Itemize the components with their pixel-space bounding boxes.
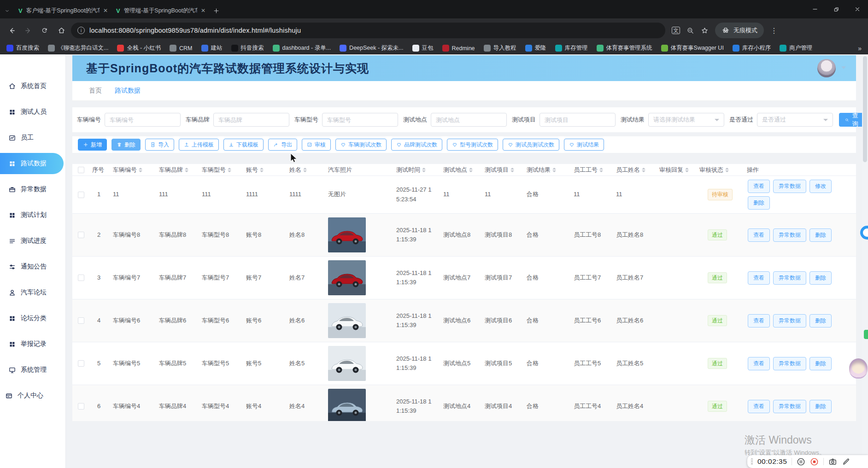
row-action-button[interactable]: 删除	[809, 400, 832, 413]
row-action-button[interactable]: 异常数据	[773, 314, 806, 328]
sidebar-item[interactable]: 论坛分类	[0, 308, 64, 329]
bookmark-item[interactable]: 库存小程序	[733, 44, 771, 52]
sort-carets-icon[interactable]	[228, 168, 231, 172]
search-button[interactable]: 查询	[839, 113, 865, 127]
sort-carets-icon[interactable]	[185, 168, 188, 172]
row-action-button[interactable]: 修改	[809, 180, 832, 193]
row-action-button[interactable]: 异常数据	[773, 228, 806, 242]
row-action-button[interactable]: 异常数据	[773, 271, 806, 285]
sidebar-item[interactable]: 异常数据	[0, 179, 64, 200]
column-header[interactable]: 测试地点	[439, 166, 480, 174]
bookmark-item[interactable]: 豆包	[412, 44, 434, 52]
column-header[interactable]: 员工工号	[569, 166, 611, 174]
sidebar-item[interactable]: 系统首页	[0, 76, 64, 97]
row-checkbox[interactable]	[78, 317, 84, 324]
bookmark-item[interactable]: 库存管理	[555, 44, 588, 52]
bookmark-item[interactable]: 建站	[201, 44, 223, 52]
filter-input[interactable]	[540, 113, 616, 127]
toolbar-button[interactable]: 审核	[302, 139, 331, 151]
row-action-button[interactable]: 查看	[748, 357, 770, 370]
toolbar-button[interactable]: 上传模板	[179, 139, 219, 151]
back-button[interactable]	[5, 23, 18, 37]
annotate-pencil-button[interactable]	[842, 457, 850, 466]
toolbar-button[interactable]: 导入	[145, 139, 174, 151]
sort-carets-icon[interactable]	[139, 168, 142, 172]
filter-select[interactable]: 请选择测试结果	[648, 113, 724, 127]
bookmark-item[interactable]: 百度搜索	[6, 44, 39, 52]
column-header[interactable]: 账号	[241, 166, 285, 174]
bookmark-item[interactable]: 抖音搜索	[231, 44, 264, 52]
window-minimize-button[interactable]	[804, 0, 826, 18]
recorder-drag-handle[interactable]	[751, 458, 753, 465]
column-header[interactable]: 序号	[88, 166, 108, 174]
column-header[interactable]: 测试时间	[392, 166, 439, 174]
row-action-button[interactable]: 异常数据	[773, 180, 806, 193]
tab-close-icon[interactable]: ✕	[201, 7, 205, 14]
toolbar-button[interactable]: 导出	[268, 139, 297, 151]
filter-input[interactable]	[431, 113, 507, 127]
row-checkbox[interactable]	[78, 232, 84, 238]
forward-button[interactable]	[21, 23, 35, 37]
column-header[interactable]: 姓名	[285, 166, 323, 174]
bookmarks-overflow-icon[interactable]: »	[858, 45, 862, 52]
bookmark-item[interactable]: CRM	[170, 45, 192, 52]
row-action-button[interactable]: 异常数据	[773, 400, 806, 413]
nav-tab[interactable]: 路试数据	[115, 87, 141, 95]
filter-input[interactable]	[322, 113, 398, 127]
row-checkbox[interactable]	[78, 403, 84, 410]
column-header[interactable]: 操作	[742, 166, 856, 174]
filter-select[interactable]: 是否通过	[757, 113, 833, 127]
car-photo[interactable]	[328, 260, 366, 295]
page-scrollbar[interactable]	[862, 54, 868, 468]
row-checkbox[interactable]	[78, 192, 84, 198]
column-header[interactable]: 车辆编号	[108, 166, 154, 174]
car-photo[interactable]	[328, 303, 366, 338]
zoom-out-icon[interactable]	[686, 27, 694, 35]
toolbar-button[interactable]: 删除	[111, 139, 141, 151]
filter-input[interactable]	[105, 113, 181, 127]
tab-close-icon[interactable]: ✕	[103, 7, 108, 14]
sort-carets-icon[interactable]	[725, 168, 729, 172]
row-checkbox[interactable]	[78, 275, 84, 281]
toolbar-button[interactable]: 测试结果	[564, 139, 604, 151]
sidebar-item[interactable]: 通知公告	[0, 256, 64, 277]
url-bar[interactable]: i localhost:8080/springboot9859us78/admi…	[71, 23, 665, 38]
sort-carets-icon[interactable]	[642, 168, 645, 172]
row-action-button[interactable]: 查看	[748, 180, 770, 193]
window-restore-button[interactable]	[826, 0, 847, 18]
column-header[interactable]: 审核状态	[695, 166, 742, 174]
stop-recording-button[interactable]	[810, 457, 819, 466]
sidebar-item[interactable]: 举报记录	[0, 333, 64, 355]
home-button[interactable]	[54, 23, 68, 37]
column-header[interactable]: 测试项目	[480, 166, 522, 174]
window-close-button[interactable]	[847, 0, 868, 18]
column-header[interactable]: 员工姓名	[611, 166, 655, 174]
sidebar-item[interactable]: 测试人员	[0, 101, 64, 123]
sort-carets-icon[interactable]	[685, 168, 689, 172]
row-action-button[interactable]: 删除	[748, 196, 770, 210]
row-action-button[interactable]: 删除	[809, 357, 832, 370]
car-photo[interactable]	[328, 346, 366, 381]
sidebar-item[interactable]: 路试数据	[0, 153, 64, 174]
sidebar-item[interactable]: 个人中心	[0, 385, 64, 406]
avatar-caret-icon[interactable]	[841, 66, 846, 69]
row-checkbox[interactable]	[78, 360, 84, 367]
bookmark-item[interactable]: 全栈 - 小红书	[117, 44, 161, 52]
row-action-button[interactable]: 异常数据	[773, 357, 806, 370]
column-header[interactable]: 审核回复	[655, 166, 695, 174]
pause-recording-button[interactable]	[797, 457, 805, 466]
car-photo[interactable]	[328, 389, 366, 421]
bookmark-item[interactable]: 导入教程	[484, 44, 516, 52]
row-action-button[interactable]: 删除	[809, 314, 832, 328]
toolbar-button[interactable]: 品牌测试次数	[391, 139, 442, 151]
bookmark-item[interactable]: dashboard - 录单...	[273, 44, 331, 52]
column-header[interactable]: 车辆品牌	[154, 166, 197, 174]
sort-carets-icon[interactable]	[599, 168, 603, 172]
screenshot-camera-button[interactable]	[828, 457, 837, 466]
user-avatar[interactable]	[817, 59, 836, 77]
row-action-button[interactable]: 查看	[748, 314, 770, 328]
tab-search-icon[interactable]	[0, 3, 14, 18]
bookmark-item[interactable]: DeepSeek - 探索未...	[340, 44, 403, 52]
bookmark-item[interactable]: 商户管理	[780, 44, 812, 52]
column-header[interactable]: 汽车照片	[323, 166, 392, 174]
